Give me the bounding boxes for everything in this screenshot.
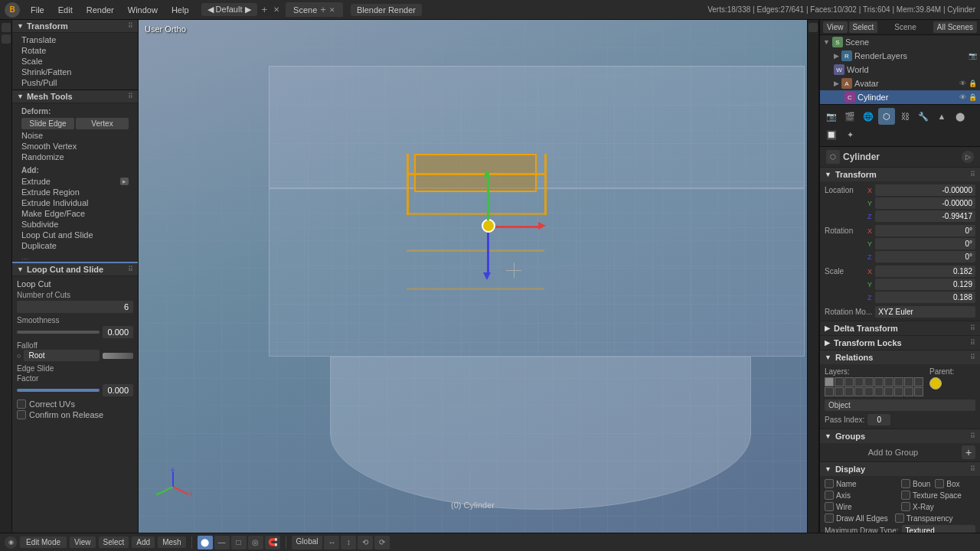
slide-edge-btn[interactable]: Slide Edge (21, 118, 74, 129)
tab-close-left[interactable]: ✕ (272, 5, 281, 14)
tool-vert[interactable]: ⬤ (198, 536, 213, 549)
menu-help[interactable]: Help (165, 4, 195, 16)
correct-uvs-checkbox[interactable] (17, 399, 26, 409)
rot-x-value[interactable]: 0° (875, 225, 975, 236)
num-cuts-value[interactable]: 6 (17, 301, 133, 313)
layer-15[interactable] (874, 387, 884, 396)
loc-z-value[interactable]: -0.99417 (875, 210, 976, 222)
falloff-bar[interactable] (103, 353, 133, 359)
prop-icon-texture[interactable]: 🔲 (823, 126, 840, 143)
texture-space-checkbox[interactable] (901, 491, 910, 500)
search-btn[interactable]: All Scenes (933, 21, 977, 33)
vtool-2[interactable] (2, 34, 11, 44)
outliner-item-world[interactable]: W World (820, 63, 980, 77)
sidebar-item-shrink[interactable]: Shrink/Fatten (12, 67, 138, 77)
sidebar-item-loop-cut[interactable]: Loop Cut and Slide (12, 230, 138, 240)
transform-draw-3[interactable]: ⟲ (358, 536, 373, 549)
layer-2[interactable] (844, 377, 854, 386)
prop-icon-modifiers[interactable]: 🔧 (915, 108, 932, 125)
delta-transform-header[interactable]: ▶ Delta Transform ⠿ (820, 321, 980, 335)
transparency-checkbox[interactable] (895, 514, 904, 523)
global-selector[interactable]: Global (292, 536, 323, 549)
layer-6[interactable] (884, 377, 893, 386)
scene-tab-close[interactable]: ✕ (329, 6, 335, 14)
prop-icon-constraints[interactable]: ⛓ (897, 108, 913, 125)
transform-locks-header[interactable]: ▶ Transform Locks ⠿ (820, 336, 980, 350)
bottom-select-btn[interactable]: Select (99, 536, 129, 548)
loop-cut-header[interactable]: ▼ Loop Cut and Slide ⠿ (12, 263, 138, 276)
layer-7[interactable] (894, 377, 903, 386)
sidebar-item-rotate[interactable]: Rotate (12, 45, 138, 56)
layer-18[interactable] (904, 387, 913, 396)
bottom-view-btn[interactable]: View (70, 536, 96, 548)
sidebar-item-randomize[interactable]: Randomize (12, 152, 138, 162)
box-checkbox[interactable] (935, 479, 944, 488)
render-engine[interactable]: Blender Render (351, 4, 422, 16)
prop-icon-object[interactable]: ⬡ (878, 108, 895, 125)
relations-header[interactable]: ▼ Relations ⠿ (820, 350, 980, 364)
transform-draw-4[interactable]: ⟳ (374, 536, 390, 549)
scale-x-value[interactable]: 0.182 (875, 266, 975, 277)
outliner-item-renderlayers[interactable]: ▶ R RenderLayers 📷 (820, 49, 980, 63)
add-to-group-btn[interactable]: + (962, 445, 975, 459)
confirm-release-checkbox[interactable] (17, 410, 26, 419)
gizmo-sphere[interactable] (482, 219, 495, 233)
transform-draw-1[interactable]: ↔ (324, 536, 339, 549)
layer-14[interactable] (864, 387, 874, 396)
menu-render[interactable]: Render (80, 4, 120, 16)
axis-checkbox[interactable] (825, 491, 834, 500)
sidebar-item-extrude[interactable]: Extrude ▸ (12, 176, 138, 187)
sidebar-item-scale[interactable]: Scale (12, 56, 138, 67)
rvtool-1[interactable] (808, 23, 818, 32)
max-draw-type-value[interactable]: Textured (902, 525, 975, 533)
select-btn[interactable]: Select (849, 21, 878, 33)
sidebar-item-smooth[interactable]: Smooth Vertex (12, 141, 138, 152)
vertex-btn[interactable]: Vertex (76, 118, 129, 129)
scene-tab-add[interactable]: + (320, 4, 326, 15)
sidebar-item-duplicate[interactable]: Duplicate (12, 240, 138, 251)
factor-value[interactable]: 0.000 (103, 384, 133, 396)
screen-selector[interactable]: ◀ Default ▶ (201, 3, 257, 16)
layer-13[interactable] (854, 387, 864, 396)
layer-16[interactable] (884, 387, 893, 396)
transform-header[interactable]: ▼ Transform ⠿ (12, 20, 138, 33)
transform-draw-2[interactable]: ↕ (341, 536, 356, 549)
layer-12[interactable] (844, 387, 854, 396)
sidebar-item-translate[interactable]: Translate (12, 34, 138, 45)
falloff-root[interactable]: Root (24, 350, 100, 361)
outliner-item-cylinder[interactable]: C Cylinder 👁 🔒 (820, 90, 980, 104)
boun-checkbox[interactable] (901, 479, 910, 488)
parent-object-field[interactable]: Object (825, 399, 975, 411)
bottom-mesh-btn[interactable]: Mesh (158, 536, 185, 548)
loc-y-value[interactable]: -0.00000 (875, 197, 975, 209)
sidebar-item-extrude-region[interactable]: Extrude Region (12, 187, 138, 197)
layer-1[interactable] (835, 377, 844, 386)
edit-mode-select[interactable]: Edit Mode (20, 536, 67, 548)
xray-checkbox[interactable] (901, 502, 910, 511)
name-checkbox[interactable] (825, 479, 834, 488)
prop-transform-header[interactable]: ▼ Transform ⠿ (820, 168, 980, 181)
menu-window[interactable]: Window (122, 4, 164, 16)
outliner-item-avatar[interactable]: ▶ A Avatar 👁 🔒 (820, 77, 980, 90)
mesh-tools-header[interactable]: ▼ Mesh Tools ⠿ (12, 90, 138, 103)
layer-4[interactable] (864, 377, 874, 386)
rot-z-value[interactable]: 0° (875, 251, 976, 262)
prop-icon-scene[interactable]: 🎬 (841, 108, 858, 125)
rot-mode-value[interactable]: XYZ Euler (875, 306, 975, 318)
prop-icon-particles[interactable]: ✦ (841, 126, 858, 143)
view-btn[interactable]: View (823, 21, 848, 33)
groups-header[interactable]: ▼ Groups ⠿ (820, 429, 980, 443)
tool-edge[interactable]: — (214, 536, 230, 549)
sidebar-item-extrude-individual[interactable]: Extrude Individual (12, 197, 138, 208)
layer-10[interactable] (825, 387, 834, 396)
sidebar-item-make-edge[interactable]: Make Edge/Face (12, 208, 138, 219)
scale-z-value[interactable]: 0.188 (875, 292, 976, 303)
scene-tab[interactable]: Scene + ✕ (286, 2, 343, 17)
viewport[interactable]: User Ortho X Y Z (0) Cylinder (139, 20, 807, 533)
sidebar-item-noise[interactable]: Noise (12, 130, 138, 141)
menu-edit[interactable]: Edit (52, 4, 79, 16)
prop-icon-material[interactable]: ⬤ (952, 108, 969, 125)
menu-file[interactable]: File (24, 4, 51, 16)
pass-index-value[interactable]: 0 (867, 414, 890, 425)
rot-y-value[interactable]: 0° (875, 238, 975, 249)
